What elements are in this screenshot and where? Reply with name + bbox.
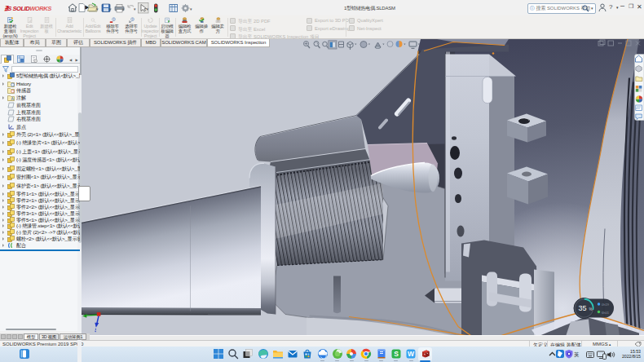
- svg-text:6h01: 6h01: [602, 310, 610, 314]
- svg-text:W: W: [408, 350, 415, 358]
- svg-text:S: S: [394, 350, 399, 358]
- svg-text:0h19: 0h19: [602, 302, 610, 307]
- svg-text:35: 35: [578, 304, 586, 312]
- svg-text:%: %: [589, 307, 593, 311]
